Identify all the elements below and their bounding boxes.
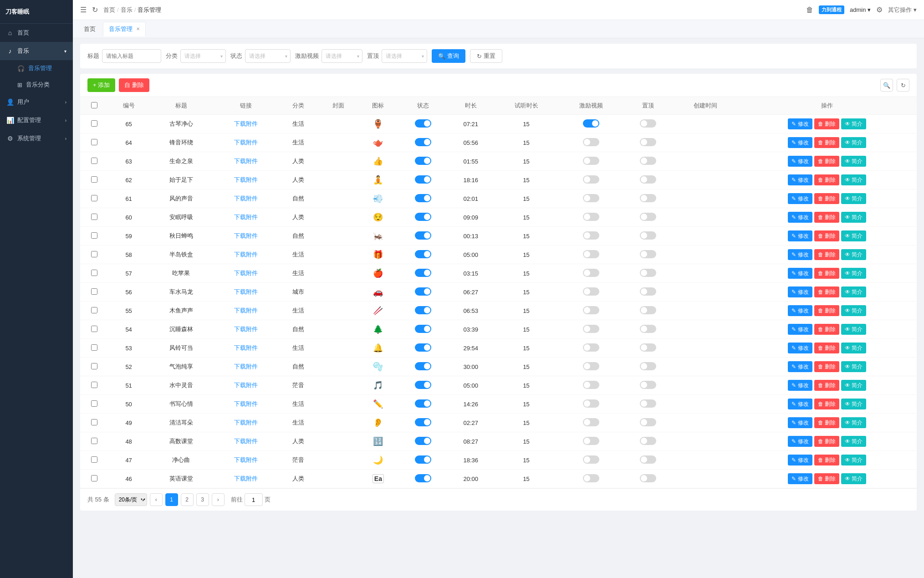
status-toggle[interactable] <box>415 157 431 165</box>
top-toggle[interactable] <box>640 119 656 128</box>
modify-button[interactable]: ✎ 修改 <box>788 286 812 297</box>
intro-button[interactable]: 👁 简介 <box>841 455 866 465</box>
reward-toggle[interactable] <box>583 306 599 314</box>
intro-button[interactable]: 👁 简介 <box>841 399 866 409</box>
delete-button[interactable]: 🗑 删除 <box>814 156 839 167</box>
top-toggle[interactable] <box>640 269 656 277</box>
tab-home[interactable]: 首页 <box>78 22 101 36</box>
reward-toggle[interactable] <box>583 213 599 221</box>
cell-link[interactable]: 下载附件 <box>214 264 278 283</box>
cell-link[interactable]: 下载附件 <box>214 171 278 189</box>
cell-link[interactable]: 下载附件 <box>214 339 278 358</box>
page-1-button[interactable]: 1 <box>165 493 178 506</box>
delete-button[interactable]: 🗑 删除 <box>814 118 839 129</box>
status-toggle[interactable] <box>415 306 431 314</box>
modify-button[interactable]: ✎ 修改 <box>788 305 812 316</box>
query-button[interactable]: 🔍 查询 <box>432 49 465 63</box>
intro-button[interactable]: 👁 简介 <box>841 286 866 297</box>
breadcrumb-music[interactable]: 音乐 <box>121 6 133 14</box>
top-toggle[interactable] <box>640 418 656 426</box>
trash-icon[interactable]: 🗑 <box>806 6 813 14</box>
status-toggle[interactable] <box>415 437 431 445</box>
modify-button[interactable]: ✎ 修改 <box>788 455 812 465</box>
status-toggle[interactable] <box>415 381 431 389</box>
row-checkbox[interactable] <box>91 214 97 220</box>
sidebar-item-home[interactable]: ⌂ 首页 <box>0 24 73 42</box>
row-checkbox[interactable] <box>91 438 97 444</box>
row-checkbox[interactable] <box>91 195 97 201</box>
reset-button[interactable]: ↻ 重置 <box>470 49 502 63</box>
delete-button[interactable]: 🗑 删除 <box>814 417 839 428</box>
row-checkbox[interactable] <box>91 176 97 183</box>
row-checkbox[interactable] <box>91 120 97 127</box>
cell-link[interactable]: 下载附件 <box>214 189 278 208</box>
delete-button[interactable]: 🗑 删除 <box>814 268 839 279</box>
modify-button[interactable]: ✎ 修改 <box>788 174 812 185</box>
cell-link[interactable]: 下载附件 <box>214 470 278 488</box>
cell-link[interactable]: 下载附件 <box>214 227 278 246</box>
reward-toggle[interactable] <box>583 418 599 426</box>
cell-link[interactable]: 下载附件 <box>214 133 278 152</box>
intro-button[interactable]: 👁 简介 <box>841 417 866 428</box>
top-toggle[interactable] <box>640 399 656 408</box>
reward-toggle[interactable] <box>583 231 599 240</box>
status-toggle[interactable] <box>415 213 431 221</box>
reward-toggle[interactable] <box>583 381 599 389</box>
modify-button[interactable]: ✎ 修改 <box>788 417 812 428</box>
reward-toggle[interactable] <box>583 138 599 146</box>
row-checkbox[interactable] <box>91 456 97 463</box>
modify-button[interactable]: ✎ 修改 <box>788 156 812 167</box>
row-checkbox[interactable] <box>91 363 97 369</box>
delete-button[interactable]: 🗑 删除 <box>814 324 839 335</box>
batch-delete-button[interactable]: 自 删除 <box>119 78 149 92</box>
reward-toggle[interactable] <box>583 437 599 445</box>
breadcrumb-home[interactable]: 首页 <box>103 6 115 14</box>
reward-toggle[interactable] <box>583 362 599 370</box>
intro-button[interactable]: 👁 简介 <box>841 324 866 335</box>
settings-icon[interactable]: ⚙ <box>876 5 883 14</box>
delete-button[interactable]: 🗑 删除 <box>814 286 839 297</box>
modify-button[interactable]: ✎ 修改 <box>788 436 812 447</box>
delete-button[interactable]: 🗑 删除 <box>814 436 839 447</box>
sidebar-item-config[interactable]: 📊 配置管理 › <box>0 111 73 129</box>
delete-button[interactable]: 🗑 删除 <box>814 212 839 223</box>
intro-button[interactable]: 👁 简介 <box>841 249 866 260</box>
intro-button[interactable]: 👁 简介 <box>841 343 866 353</box>
modify-button[interactable]: ✎ 修改 <box>788 343 812 353</box>
filter-reward-select[interactable]: 请选择 是否 <box>322 49 362 63</box>
modify-button[interactable]: ✎ 修改 <box>788 399 812 409</box>
cell-link[interactable]: 下载附件 <box>214 302 278 320</box>
sidebar-item-user[interactable]: 👤 用户 › <box>0 93 73 111</box>
modify-button[interactable]: ✎ 修改 <box>788 137 812 148</box>
jump-input[interactable] <box>245 493 263 506</box>
filter-category-select[interactable]: 请选择 生活人类自然城市茫音 <box>180 49 226 63</box>
filter-title-input[interactable] <box>102 49 161 63</box>
status-toggle[interactable] <box>415 474 431 482</box>
top-toggle[interactable] <box>640 138 656 146</box>
prev-page-button[interactable]: ‹ <box>150 493 163 506</box>
cell-link[interactable]: 下载附件 <box>214 115 278 133</box>
row-checkbox[interactable] <box>91 307 97 313</box>
status-toggle[interactable] <box>415 269 431 277</box>
cell-link[interactable]: 下载附件 <box>214 358 278 376</box>
top-toggle[interactable] <box>640 306 656 314</box>
delete-button[interactable]: 🗑 删除 <box>814 399 839 409</box>
modify-button[interactable]: ✎ 修改 <box>788 212 812 223</box>
top-toggle[interactable] <box>640 455 656 464</box>
intro-button[interactable]: 👁 简介 <box>841 380 866 391</box>
cell-link[interactable]: 下载附件 <box>214 376 278 395</box>
delete-button[interactable]: 🗑 删除 <box>814 230 839 241</box>
status-toggle[interactable] <box>415 250 431 258</box>
intro-button[interactable]: 👁 简介 <box>841 305 866 316</box>
filter-status-select[interactable]: 请选择 启用禁用 <box>245 49 291 63</box>
delete-button[interactable]: 🗑 删除 <box>814 193 839 204</box>
top-toggle[interactable] <box>640 194 656 202</box>
reward-toggle[interactable] <box>583 474 599 482</box>
top-toggle[interactable] <box>640 381 656 389</box>
reward-toggle[interactable] <box>583 399 599 408</box>
top-toggle[interactable] <box>640 231 656 240</box>
status-toggle[interactable] <box>415 362 431 370</box>
reward-toggle[interactable] <box>583 175 599 184</box>
add-button[interactable]: + 添加 <box>87 78 115 92</box>
modify-button[interactable]: ✎ 修改 <box>788 361 812 372</box>
